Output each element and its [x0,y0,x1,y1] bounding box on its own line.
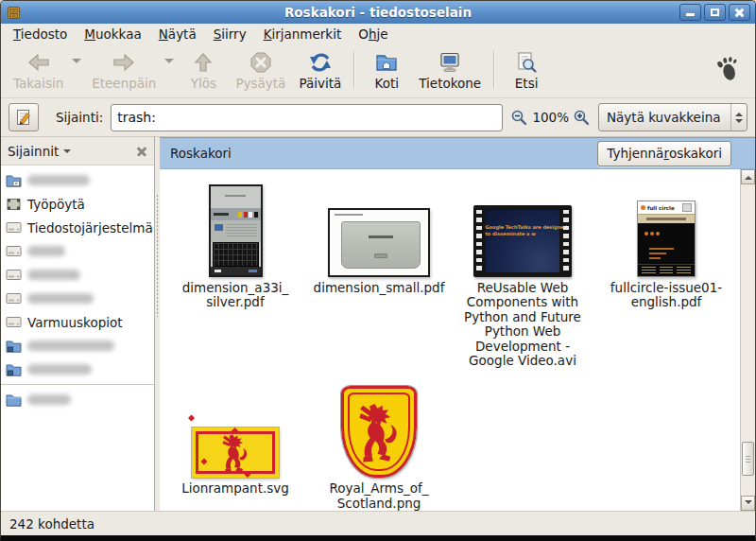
forward-button[interactable]: Eteenpäin [85,48,163,93]
folder-home-icon [374,50,399,75]
drive-icon [6,221,22,234]
pdf-thumbnail [328,208,430,277]
zoom-out-icon[interactable] [510,109,528,127]
zoom-level: 100% [532,110,569,125]
places-sidebar: Sijainnit Työpöytä Tiedostojärjestelmä [1,137,155,511]
image-thumbnail [192,428,279,478]
file-label: Royal_Arms_of_ Scotland.png [329,481,428,511]
drive-icon [6,269,22,281]
file-fullcircle-issue01-pdf[interactable]: full circle fullcircle-issue01- english.… [594,183,738,368]
location-toggle-button[interactable] [9,103,39,131]
sidebar-item-redacted[interactable] [1,239,154,263]
close-button[interactable] [729,4,750,21]
places-list: Työpöytä Tiedostojärjestelmä [1,166,154,511]
drive-icon [6,316,22,328]
forward-history-dropdown[interactable] [163,59,176,68]
sidebar-item-desktop[interactable]: Työpöytä [1,192,154,216]
file-label: fullcircle-issue01- english.pdf [610,281,722,310]
folder-icon [6,393,22,407]
trash-header-title: Roskakori [170,146,232,161]
file-label: ReUsable Web Components with Python and … [464,281,581,368]
search-button[interactable]: Etsi [501,48,552,93]
menubar: Tiedosto Muokkaa Näytä Siirry Kirjanmerk… [1,24,755,44]
file-royal-arms-of-scotland-png[interactable]: Royal_Arms_of_ Scotland.png [307,383,451,511]
back-history-dropdown[interactable] [70,59,83,68]
toolbar-separator [493,51,495,89]
home-button[interactable]: Koti [361,48,412,93]
sidebar-item-filesystem[interactable]: Tiedostojärjestelmä [1,216,154,239]
back-button[interactable]: Takaisin [7,48,70,93]
location-label: Sijainti: [56,110,103,125]
pdf-thumbnail: full circle [637,201,696,277]
location-bar: Sijainti: 100% Näytä kuvakkeina [1,98,755,137]
sidebar-header: Sijainnit [1,137,154,166]
sidebar-item-redacted[interactable] [1,287,154,310]
view-mode-spinner [730,104,747,131]
empty-trash-button[interactable]: Tyhjennä roskakori [597,141,731,166]
home-folder-icon [6,174,22,187]
sidebar-item-redacted[interactable] [1,388,154,411]
arrow-right-icon [112,50,136,75]
sidebar-title[interactable]: Sijainnit [8,144,59,159]
toolbar-separator [353,51,355,89]
menu-tiedosto[interactable]: Tiedosto [5,25,76,44]
file-browser-window: Roskakori - tiedostoselain Tiedosto Muok… [0,0,756,541]
titlebar[interactable]: Roskakori - tiedostoselain [1,1,755,24]
minimize-button[interactable] [679,4,701,21]
refresh-button[interactable]: Päivitä [292,48,348,93]
file-reusable-web-components-avi[interactable]: Google TechTalks are designed to dissemi… [451,183,594,368]
menu-nayta[interactable]: Näytä [150,25,205,44]
file-lionrampant-svg[interactable]: Lionrampant.svg [163,383,307,511]
desktop-icon [6,198,22,211]
scroll-down-arrow[interactable] [741,496,755,511]
gnome-foot-logo [706,56,749,85]
drive-icon [6,292,22,305]
zoom-in-icon[interactable] [573,109,591,127]
computer-button[interactable]: Tietokone [412,48,488,93]
chevron-down-icon [63,149,71,157]
window-title: Roskakori - tiedostoselain [1,5,755,20]
sidebar-close-icon[interactable] [136,146,147,157]
file-dimension-small-pdf[interactable]: dimension_small.pdf [307,183,451,368]
up-button[interactable]: Ylös [178,48,229,93]
file-label: dimension_a33i_ silver.pdf [182,281,289,310]
file-label: Lionrampant.svg [181,481,289,496]
document-magnifier-icon [514,50,539,75]
vertical-scrollbar[interactable] [740,169,755,511]
refresh-arrows-icon [308,50,333,75]
sidebar-item-home[interactable] [1,168,154,192]
sidebar-item-redacted[interactable] [1,263,154,287]
sidebar-item-redacted[interactable] [1,334,154,358]
toolbar: Takaisin Eteenpäin Ylös Pysäytä Päivitä … [1,44,755,98]
note-pencil-icon [14,108,33,127]
sidebar-item-redacted[interactable] [1,358,154,381]
menu-siirry[interactable]: Siirry [205,25,255,44]
maximize-button[interactable] [704,4,726,21]
menu-muokkaa[interactable]: Muokkaa [76,25,149,44]
view-mode-select[interactable]: Näytä kuvakkeina [598,103,747,131]
video-thumbnail: Google TechTalks are designed to dissemi… [473,205,572,277]
stop-button[interactable]: Pysäytä [229,48,292,93]
sidebar-item-backups[interactable]: Varmuuskopiot [1,310,154,334]
icon-view[interactable]: dimension_a33i_ silver.pdf dimension_sma… [160,169,755,511]
folder-emblem-icon [6,363,22,376]
location-input[interactable] [111,104,503,131]
scroll-up-arrow[interactable] [741,169,755,184]
menu-ohje[interactable]: Ohje [350,25,396,44]
trash-header-bar: Roskakori Tyhjennä roskakori [160,137,755,169]
octagon-x-icon [249,50,273,75]
file-label: dimension_small.pdf [314,281,445,295]
item-count: 242 kohdetta [9,516,94,532]
view-mode-value: Näytä kuvakkeina [599,110,730,125]
sidebar-separator [1,384,154,385]
file-view-pane: Roskakori Tyhjennä roskakori [160,137,755,511]
arrow-up-icon [191,50,215,75]
statusbar: 242 kohdetta [1,511,755,535]
drive-icon [6,245,22,257]
menu-kirjanmerkit[interactable]: Kirjanmerkit [255,25,351,44]
scrollbar-thumb[interactable] [742,442,754,476]
folder-emblem-icon [6,340,22,353]
file-dimension-a33i-silver-pdf[interactable]: dimension_a33i_ silver.pdf [163,183,307,368]
monitor-icon [438,50,462,75]
arrow-left-icon [26,50,51,75]
